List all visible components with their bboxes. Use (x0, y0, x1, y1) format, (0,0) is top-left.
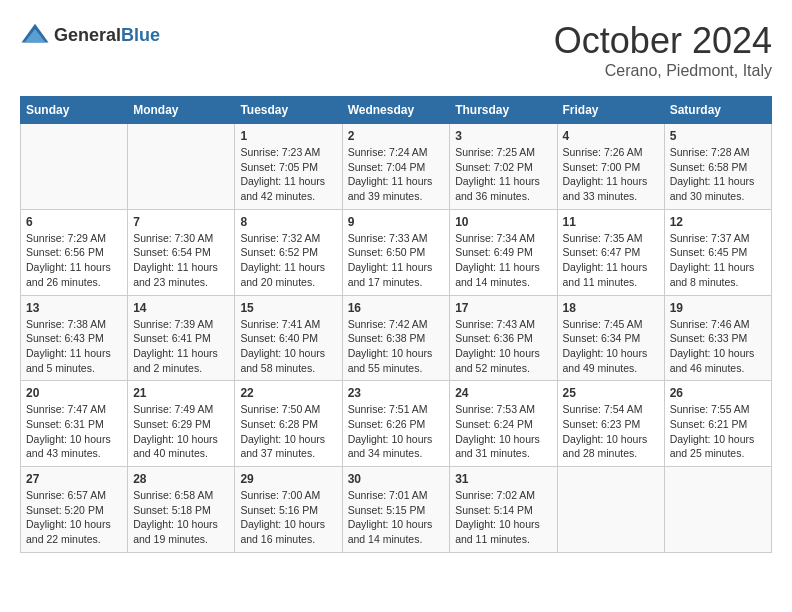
column-header-tuesday: Tuesday (235, 97, 342, 124)
day-number: 16 (348, 301, 445, 315)
day-info: Sunrise: 7:29 AMSunset: 6:56 PMDaylight:… (26, 231, 122, 290)
page-header: GeneralBlue October 2024 Cerano, Piedmon… (20, 20, 772, 80)
day-info: Sunrise: 6:58 AMSunset: 5:18 PMDaylight:… (133, 488, 229, 547)
calendar-cell: 20Sunrise: 7:47 AMSunset: 6:31 PMDayligh… (21, 381, 128, 467)
column-header-friday: Friday (557, 97, 664, 124)
logo-icon (20, 20, 50, 50)
day-info: Sunrise: 7:50 AMSunset: 6:28 PMDaylight:… (240, 402, 336, 461)
day-info: Sunrise: 7:54 AMSunset: 6:23 PMDaylight:… (563, 402, 659, 461)
day-number: 10 (455, 215, 551, 229)
calendar-cell: 8Sunrise: 7:32 AMSunset: 6:52 PMDaylight… (235, 209, 342, 295)
day-info: Sunrise: 7:23 AMSunset: 7:05 PMDaylight:… (240, 145, 336, 204)
day-number: 23 (348, 386, 445, 400)
day-number: 14 (133, 301, 229, 315)
day-info: Sunrise: 7:45 AMSunset: 6:34 PMDaylight:… (563, 317, 659, 376)
day-info: Sunrise: 7:25 AMSunset: 7:02 PMDaylight:… (455, 145, 551, 204)
day-number: 27 (26, 472, 122, 486)
calendar-cell (128, 124, 235, 210)
day-info: Sunrise: 7:39 AMSunset: 6:41 PMDaylight:… (133, 317, 229, 376)
calendar-cell: 28Sunrise: 6:58 AMSunset: 5:18 PMDayligh… (128, 467, 235, 553)
day-info: Sunrise: 7:38 AMSunset: 6:43 PMDaylight:… (26, 317, 122, 376)
day-info: Sunrise: 7:02 AMSunset: 5:14 PMDaylight:… (455, 488, 551, 547)
day-number: 18 (563, 301, 659, 315)
day-number: 30 (348, 472, 445, 486)
calendar-cell (21, 124, 128, 210)
calendar-week-1: 1Sunrise: 7:23 AMSunset: 7:05 PMDaylight… (21, 124, 772, 210)
calendar-cell: 29Sunrise: 7:00 AMSunset: 5:16 PMDayligh… (235, 467, 342, 553)
calendar-cell (557, 467, 664, 553)
calendar-cell: 9Sunrise: 7:33 AMSunset: 6:50 PMDaylight… (342, 209, 450, 295)
calendar-cell: 11Sunrise: 7:35 AMSunset: 6:47 PMDayligh… (557, 209, 664, 295)
calendar-cell: 5Sunrise: 7:28 AMSunset: 6:58 PMDaylight… (664, 124, 771, 210)
calendar-cell: 31Sunrise: 7:02 AMSunset: 5:14 PMDayligh… (450, 467, 557, 553)
calendar-cell: 27Sunrise: 6:57 AMSunset: 5:20 PMDayligh… (21, 467, 128, 553)
day-number: 25 (563, 386, 659, 400)
day-number: 19 (670, 301, 766, 315)
calendar-cell: 1Sunrise: 7:23 AMSunset: 7:05 PMDaylight… (235, 124, 342, 210)
day-info: Sunrise: 7:32 AMSunset: 6:52 PMDaylight:… (240, 231, 336, 290)
day-number: 15 (240, 301, 336, 315)
calendar-cell: 24Sunrise: 7:53 AMSunset: 6:24 PMDayligh… (450, 381, 557, 467)
day-info: Sunrise: 7:51 AMSunset: 6:26 PMDaylight:… (348, 402, 445, 461)
day-info: Sunrise: 7:33 AMSunset: 6:50 PMDaylight:… (348, 231, 445, 290)
day-number: 22 (240, 386, 336, 400)
day-info: Sunrise: 7:43 AMSunset: 6:36 PMDaylight:… (455, 317, 551, 376)
day-number: 7 (133, 215, 229, 229)
day-info: Sunrise: 7:24 AMSunset: 7:04 PMDaylight:… (348, 145, 445, 204)
day-info: Sunrise: 7:01 AMSunset: 5:15 PMDaylight:… (348, 488, 445, 547)
calendar-cell: 21Sunrise: 7:49 AMSunset: 6:29 PMDayligh… (128, 381, 235, 467)
day-info: Sunrise: 7:55 AMSunset: 6:21 PMDaylight:… (670, 402, 766, 461)
day-info: Sunrise: 7:28 AMSunset: 6:58 PMDaylight:… (670, 145, 766, 204)
day-info: Sunrise: 7:47 AMSunset: 6:31 PMDaylight:… (26, 402, 122, 461)
calendar-cell: 23Sunrise: 7:51 AMSunset: 6:26 PMDayligh… (342, 381, 450, 467)
calendar-cell: 30Sunrise: 7:01 AMSunset: 5:15 PMDayligh… (342, 467, 450, 553)
day-number: 11 (563, 215, 659, 229)
day-info: Sunrise: 7:00 AMSunset: 5:16 PMDaylight:… (240, 488, 336, 547)
day-number: 1 (240, 129, 336, 143)
logo-blue-text: Blue (121, 25, 160, 45)
month-title: October 2024 (554, 20, 772, 62)
calendar-cell: 10Sunrise: 7:34 AMSunset: 6:49 PMDayligh… (450, 209, 557, 295)
day-number: 31 (455, 472, 551, 486)
day-info: Sunrise: 7:26 AMSunset: 7:00 PMDaylight:… (563, 145, 659, 204)
column-header-thursday: Thursday (450, 97, 557, 124)
calendar-cell: 7Sunrise: 7:30 AMSunset: 6:54 PMDaylight… (128, 209, 235, 295)
day-number: 12 (670, 215, 766, 229)
day-info: Sunrise: 7:42 AMSunset: 6:38 PMDaylight:… (348, 317, 445, 376)
day-info: Sunrise: 7:49 AMSunset: 6:29 PMDaylight:… (133, 402, 229, 461)
day-info: Sunrise: 7:46 AMSunset: 6:33 PMDaylight:… (670, 317, 766, 376)
day-info: Sunrise: 7:41 AMSunset: 6:40 PMDaylight:… (240, 317, 336, 376)
day-number: 13 (26, 301, 122, 315)
calendar-cell: 6Sunrise: 7:29 AMSunset: 6:56 PMDaylight… (21, 209, 128, 295)
column-header-sunday: Sunday (21, 97, 128, 124)
day-number: 8 (240, 215, 336, 229)
calendar-week-3: 13Sunrise: 7:38 AMSunset: 6:43 PMDayligh… (21, 295, 772, 381)
day-number: 24 (455, 386, 551, 400)
day-number: 3 (455, 129, 551, 143)
calendar-cell: 18Sunrise: 7:45 AMSunset: 6:34 PMDayligh… (557, 295, 664, 381)
day-info: Sunrise: 7:30 AMSunset: 6:54 PMDaylight:… (133, 231, 229, 290)
location-title: Cerano, Piedmont, Italy (554, 62, 772, 80)
day-number: 17 (455, 301, 551, 315)
calendar-cell: 13Sunrise: 7:38 AMSunset: 6:43 PMDayligh… (21, 295, 128, 381)
calendar-week-4: 20Sunrise: 7:47 AMSunset: 6:31 PMDayligh… (21, 381, 772, 467)
calendar-cell (664, 467, 771, 553)
day-number: 29 (240, 472, 336, 486)
day-info: Sunrise: 6:57 AMSunset: 5:20 PMDaylight:… (26, 488, 122, 547)
calendar-cell: 3Sunrise: 7:25 AMSunset: 7:02 PMDaylight… (450, 124, 557, 210)
column-header-wednesday: Wednesday (342, 97, 450, 124)
calendar-cell: 22Sunrise: 7:50 AMSunset: 6:28 PMDayligh… (235, 381, 342, 467)
calendar-cell: 25Sunrise: 7:54 AMSunset: 6:23 PMDayligh… (557, 381, 664, 467)
header-row: SundayMondayTuesdayWednesdayThursdayFrid… (21, 97, 772, 124)
calendar-cell: 12Sunrise: 7:37 AMSunset: 6:45 PMDayligh… (664, 209, 771, 295)
calendar-week-5: 27Sunrise: 6:57 AMSunset: 5:20 PMDayligh… (21, 467, 772, 553)
day-number: 5 (670, 129, 766, 143)
calendar-cell: 26Sunrise: 7:55 AMSunset: 6:21 PMDayligh… (664, 381, 771, 467)
calendar-cell: 17Sunrise: 7:43 AMSunset: 6:36 PMDayligh… (450, 295, 557, 381)
calendar-cell: 14Sunrise: 7:39 AMSunset: 6:41 PMDayligh… (128, 295, 235, 381)
calendar-week-2: 6Sunrise: 7:29 AMSunset: 6:56 PMDaylight… (21, 209, 772, 295)
logo: GeneralBlue (20, 20, 160, 50)
day-number: 20 (26, 386, 122, 400)
calendar-table: SundayMondayTuesdayWednesdayThursdayFrid… (20, 96, 772, 553)
day-number: 9 (348, 215, 445, 229)
